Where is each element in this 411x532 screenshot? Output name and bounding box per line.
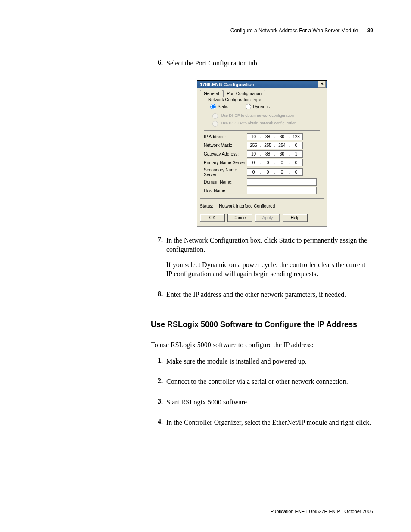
radio-row: Static Dynamic bbox=[210, 104, 316, 109]
radio-static[interactable]: Static bbox=[210, 104, 228, 109]
domain-name-row: Domain Name: bbox=[204, 178, 320, 186]
titlebar: 1788-ENB Configuration ✕ bbox=[197, 81, 327, 88]
network-config-type-group: Network Configuration Type Static Dynami… bbox=[204, 100, 320, 131]
secondary-name-server-row: Secondary Name Server: 0. 0. 0. 0 bbox=[204, 168, 320, 177]
dhcp-option: Use DHCP to obtain network configuration bbox=[210, 112, 316, 119]
step-text: Connect to the controller via a serial o… bbox=[166, 377, 373, 392]
dhcp-radio bbox=[212, 113, 218, 119]
dialog-figure: 1788-ENB Configuration ✕ General Port Co… bbox=[151, 80, 373, 226]
header-title: Configure a Network Address For a Web Se… bbox=[230, 28, 358, 34]
disabled-options: Use DHCP to obtain network configuration… bbox=[210, 112, 316, 127]
footer: Publication ENET-UM527E-EN-P - October 2… bbox=[271, 509, 373, 514]
section-intro: To use RSLogix 5000 software to configur… bbox=[151, 341, 373, 349]
help-button[interactable]: Help bbox=[283, 214, 308, 222]
gw-label: Gateway Address: bbox=[204, 152, 247, 156]
ip-address-input[interactable]: 10. 88. 60. 128 bbox=[247, 133, 303, 140]
gateway-row: Gateway Address: 10. 88. 60. 1 bbox=[204, 150, 320, 158]
dialog-buttons: OK Cancel Apply Help bbox=[197, 212, 327, 226]
status-value: Network Interface Configured bbox=[216, 203, 324, 209]
step-number: 8. bbox=[151, 290, 166, 305]
step-6: 6. Select the Port Configuration tab. bbox=[151, 59, 373, 74]
group-title: Network Configuration Type bbox=[207, 97, 262, 102]
radio-static-input[interactable] bbox=[210, 104, 216, 109]
step-number: 2. bbox=[151, 377, 166, 392]
ip-address-row: IP Address: 10. 88. 60. 128 bbox=[204, 133, 320, 140]
config-dialog: 1788-ENB Configuration ✕ General Port Co… bbox=[197, 80, 327, 226]
tab-general[interactable]: General bbox=[200, 90, 223, 97]
page: Configure a Network Address For a Web Se… bbox=[0, 0, 411, 532]
step-7: 7. In the Network Configuration box, cli… bbox=[151, 236, 373, 285]
dialog-title: 1788-ENB Configuration bbox=[200, 82, 318, 87]
step-text: Make sure the module is installed and po… bbox=[166, 357, 373, 372]
step-2: 2. Connect to the controller via a seria… bbox=[151, 377, 373, 392]
domain-label: Domain Name: bbox=[204, 180, 247, 184]
section-heading: Use RSLogix 5000 Software to Configure t… bbox=[151, 320, 373, 329]
status-row: Status: Network Interface Configured bbox=[200, 203, 324, 209]
close-icon[interactable]: ✕ bbox=[318, 81, 326, 88]
radio-dynamic-input[interactable] bbox=[246, 104, 251, 109]
bootp-radio bbox=[212, 121, 218, 127]
page-number: 39 bbox=[367, 28, 373, 34]
primary-name-server-row: Primary Name Server: 0. 0. 0. 0 bbox=[204, 159, 320, 166]
step-text: In the Network Configuration box, click … bbox=[166, 236, 373, 285]
cancel-button[interactable]: Cancel bbox=[227, 214, 252, 222]
step-number: 4. bbox=[151, 418, 166, 433]
running-header: Configure a Network Address For a Web Se… bbox=[230, 28, 373, 34]
host-name-input[interactable] bbox=[247, 187, 317, 194]
step-text: Select the Port Configuration tab. bbox=[166, 59, 373, 74]
step-text: Enter the IP address and the other netwo… bbox=[166, 290, 373, 305]
step-8: 8. Enter the IP address and the other ne… bbox=[151, 290, 373, 305]
step-3: 3. Start RSLogix 5000 software. bbox=[151, 398, 373, 413]
step-number: 1. bbox=[151, 357, 166, 372]
primary-name-server-input[interactable]: 0. 0. 0. 0 bbox=[247, 159, 303, 166]
step-number: 3. bbox=[151, 398, 166, 413]
step-text: In the Controller Organizer, select the … bbox=[166, 418, 373, 433]
ip-label: IP Address: bbox=[204, 134, 247, 139]
tab-strip: General Port Configuration bbox=[197, 88, 327, 97]
mask-label: Network Mask: bbox=[204, 143, 247, 148]
sns-label: Secondary Name Server: bbox=[204, 168, 247, 177]
network-mask-row: Network Mask: 255. 255. 254. 0 bbox=[204, 142, 320, 149]
radio-dynamic[interactable]: Dynamic bbox=[246, 104, 270, 109]
host-name-row: Host Name: bbox=[204, 187, 320, 194]
secondary-name-server-input[interactable]: 0. 0. 0. 0 bbox=[247, 168, 303, 176]
status-label: Status: bbox=[200, 204, 213, 208]
apply-button[interactable]: Apply bbox=[255, 214, 280, 222]
domain-name-input[interactable] bbox=[247, 178, 317, 186]
host-label: Host Name: bbox=[204, 188, 247, 193]
step-number: 7. bbox=[151, 236, 166, 285]
gateway-input[interactable]: 10. 88. 60. 1 bbox=[247, 150, 303, 158]
tab-panel: Network Configuration Type Static Dynami… bbox=[200, 97, 324, 199]
ok-button[interactable]: OK bbox=[200, 214, 225, 222]
bootp-option: Use BOOTP to obtain network configuratio… bbox=[210, 120, 316, 127]
step-number: 6. bbox=[151, 59, 166, 74]
step-1: 1. Make sure the module is installed and… bbox=[151, 357, 373, 372]
main-content: 6. Select the Port Configuration tab. 17… bbox=[151, 59, 373, 439]
header-rule bbox=[38, 37, 373, 37]
step-4: 4. In the Controller Organizer, select t… bbox=[151, 418, 373, 433]
network-mask-input[interactable]: 255. 255. 254. 0 bbox=[247, 142, 303, 149]
step-text: Start RSLogix 5000 software. bbox=[166, 398, 373, 413]
pns-label: Primary Name Server: bbox=[204, 160, 247, 165]
tab-port-configuration[interactable]: Port Configuration bbox=[223, 90, 266, 97]
